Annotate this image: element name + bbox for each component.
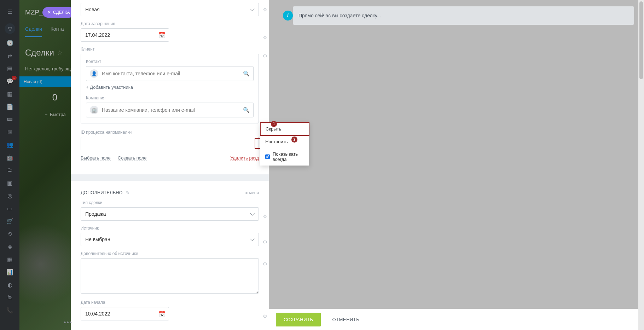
- field-context-menu: Скрыть Настроить Показывать всегда: [260, 122, 309, 166]
- people-icon[interactable]: 👥: [6, 141, 14, 149]
- chat-icon[interactable]: 💬1: [6, 77, 14, 85]
- ctx-configure[interactable]: Настроить: [260, 135, 309, 148]
- search-icon[interactable]: 🔍: [243, 107, 250, 113]
- info-banner: i Прямо сейчас вы создаёте сделку...: [293, 6, 634, 25]
- deal-type-select[interactable]: Продажа: [81, 207, 259, 221]
- share-icon[interactable]: ⇄: [6, 52, 14, 59]
- target-icon[interactable]: ◎: [6, 192, 14, 199]
- gear-icon[interactable]: ⚙: [263, 239, 267, 245]
- chat-badge: 1: [12, 76, 17, 80]
- footer-bar: СОХРАНИТЬ ОТМЕНИТЬ: [269, 309, 644, 330]
- info-message: Прямо сейчас вы создаёте сделку...: [298, 13, 381, 18]
- robot-icon[interactable]: 🤖: [6, 154, 14, 161]
- file-icon[interactable]: 📄: [6, 103, 14, 110]
- calendar-icon[interactable]: ▦: [6, 90, 14, 98]
- source-label: Источник: [81, 226, 259, 231]
- additional-title: ДОПОЛНИТЕЛЬНО: [81, 190, 123, 195]
- add-participant-link[interactable]: + Добавить участника: [86, 85, 254, 90]
- left-icon-sidebar: ☰ ▽ 🕓 ⇄ ▤ 💬1 ▦ 📄 🖴 ✉ 👥 🤖 🗂 ▣ ◎ ▭ 🛒 ⟲ ◈ ▦…: [0, 0, 19, 330]
- clock-icon[interactable]: 🕓: [6, 39, 14, 47]
- client-label: Клиент: [81, 47, 259, 52]
- ctx-always-show[interactable]: Показывать всегда: [260, 148, 309, 166]
- gear-icon[interactable]: ⚙: [263, 313, 267, 319]
- source-select[interactable]: Не выбран: [81, 233, 259, 246]
- stage-count: (0): [37, 79, 42, 84]
- search-icon[interactable]: 🔍: [243, 70, 250, 77]
- gear-icon[interactable]: ⚙: [263, 35, 267, 40]
- phone-icon[interactable]: 📞: [6, 306, 14, 314]
- gear-icon[interactable]: ⚙: [263, 261, 267, 267]
- sync-icon[interactable]: ⟲: [6, 230, 14, 238]
- moon-icon[interactable]: ◐: [6, 281, 14, 289]
- ctx-always-show-checkbox[interactable]: [265, 154, 270, 159]
- contact-search[interactable]: 👤 🔍: [86, 66, 254, 81]
- tab-contacts[interactable]: Конта: [51, 26, 64, 37]
- start-date-input[interactable]: [81, 307, 169, 320]
- process-id-label: ID процесса напоминалки: [81, 130, 259, 135]
- save-button[interactable]: СОХРАНИТЬ: [276, 313, 321, 326]
- info-icon: i: [283, 11, 293, 21]
- company-search[interactable]: 🏢 🔍: [86, 103, 254, 117]
- scrollbar[interactable]: [638, 0, 644, 330]
- entity-badge[interactable]: ✕ СДЕЛКА: [42, 7, 75, 18]
- drive-icon[interactable]: 🖴: [6, 115, 14, 123]
- doc-icon[interactable]: ▤: [6, 64, 14, 72]
- menu-icon[interactable]: ☰: [6, 8, 14, 16]
- start-date-label: Дата начала: [81, 300, 259, 305]
- ctx-always-show-label: Показывать всегда: [273, 151, 304, 162]
- gear-icon[interactable]: ⚙: [263, 53, 267, 59]
- contact-label: Контакт: [86, 59, 254, 64]
- gear-icon[interactable]: ⚙: [263, 7, 267, 12]
- mail-icon[interactable]: ✉: [6, 128, 14, 136]
- end-date-label: Дата завершения: [81, 21, 259, 26]
- delete-section-link[interactable]: Удалить разд: [230, 155, 259, 161]
- cart-icon[interactable]: 🛒: [6, 217, 14, 225]
- scrollbar-thumb[interactable]: [639, 1, 643, 79]
- person-icon: 👤: [90, 69, 98, 78]
- deal-type-label: Тип сделки: [81, 200, 259, 205]
- cube-icon[interactable]: ◈: [6, 243, 14, 250]
- ctx-hide[interactable]: Скрыть: [260, 122, 309, 136]
- company-label: Компания: [86, 95, 254, 100]
- stage-select[interactable]: Новая: [81, 3, 259, 16]
- cancel-section[interactable]: отмени: [245, 190, 259, 195]
- right-panel: i Прямо сейчас вы создаёте сделку...: [269, 0, 644, 330]
- add-participant-label: Добавить участника: [90, 85, 133, 90]
- select-field-link[interactable]: Выбрать поле: [81, 155, 111, 161]
- section-title: Сделки: [25, 48, 54, 58]
- stage-name: Новая: [24, 79, 36, 84]
- phone2-icon[interactable]: ▭: [6, 204, 14, 212]
- print-icon[interactable]: 🖶: [6, 294, 14, 301]
- close-icon[interactable]: ✕: [47, 10, 51, 15]
- callout-badge-1: 1: [271, 121, 277, 127]
- company-input[interactable]: [102, 107, 239, 113]
- building-icon: 🏢: [90, 106, 98, 114]
- more-dots-icon[interactable]: •••: [64, 319, 72, 326]
- client-box: Контакт 👤 🔍 + Добавить участника Компани…: [81, 54, 259, 123]
- contact-input[interactable]: [102, 71, 239, 76]
- card-icon[interactable]: 🗂: [6, 166, 14, 174]
- edit-icon[interactable]: ✎: [126, 190, 129, 195]
- callout-badge-2: 2: [291, 137, 297, 143]
- box-icon[interactable]: ▣: [6, 179, 14, 187]
- stats-icon[interactable]: 📊: [6, 268, 14, 276]
- process-id-input[interactable]: [81, 137, 259, 150]
- star-icon[interactable]: ☆: [57, 49, 63, 57]
- source-extra-input[interactable]: [81, 258, 259, 294]
- source-extra-label: Дополнительно об источнике: [81, 251, 259, 256]
- cancel-button[interactable]: ОТМЕНИТЬ: [326, 313, 366, 326]
- tab-deals[interactable]: Сделки: [25, 26, 42, 37]
- filter-icon[interactable]: ▽: [5, 23, 15, 34]
- create-field-link[interactable]: Создать поле: [118, 155, 147, 161]
- deal-form-panel: Новая ⚙ Дата завершения 📅 ⚙ Клиент Конта…: [71, 0, 269, 330]
- end-date-input[interactable]: [81, 28, 169, 42]
- grid-icon[interactable]: ▦: [6, 255, 14, 263]
- quick-label: Быстра: [50, 112, 66, 117]
- gear-icon[interactable]: ⚙: [263, 214, 267, 219]
- entity-badge-label: СДЕЛКА: [53, 10, 70, 15]
